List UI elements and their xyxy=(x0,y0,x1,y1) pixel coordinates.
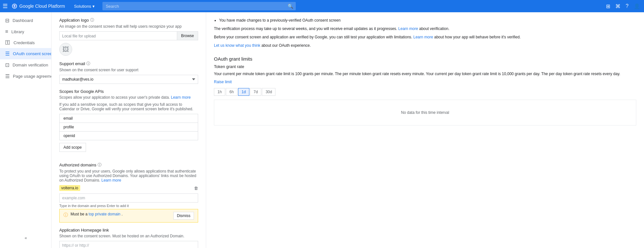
nav-right-icons: ⊞ ⌘ ? 👤 xyxy=(605,2,641,11)
app-logo-help-icon[interactable]: ⓘ xyxy=(90,17,94,23)
left-panel: Application logo ⓘ An image on the conse… xyxy=(52,12,206,248)
app-homepage-title: Application Homepage link xyxy=(59,228,198,233)
search-input[interactable] xyxy=(102,2,296,10)
learn-more-app-behavior-link[interactable]: Learn more xyxy=(413,35,433,39)
page-usage-icon: ☰ xyxy=(5,73,10,79)
sidebar-item-oauth-label: OAuth consent screen xyxy=(13,51,52,56)
chart-area: No data for this time interval xyxy=(214,100,636,125)
solutions-button[interactable]: Solutions ▾ xyxy=(72,3,97,10)
raise-limit-link[interactable]: Raise limit xyxy=(214,80,232,84)
scopes-section: Scopes for Google APIs Scopes allow your… xyxy=(59,89,198,157)
let-us-know-text: Let us know what you think about our OAu… xyxy=(214,43,636,48)
apps-icon[interactable]: ⊞ xyxy=(605,2,611,11)
browse-button[interactable]: Browse xyxy=(177,31,198,40)
app-homepage-desc: Shown on the consent screen. Must be hos… xyxy=(59,234,198,238)
scopes-title: Scopes for Google APIs xyxy=(59,89,198,94)
gcp-logo: Google Cloud Platform xyxy=(12,3,65,9)
sidebar-item-oauth-consent[interactable]: ☰ OAuth consent screen xyxy=(0,48,51,59)
library-icon: ≡ xyxy=(5,29,8,35)
menu-icon[interactable]: ☰ xyxy=(3,3,8,10)
scopes-additional-desc: If you add a sensitive scope, such as sc… xyxy=(59,102,198,111)
let-us-know-link[interactable]: Let us know what you think xyxy=(214,43,260,48)
file-input-display: Local file for upload xyxy=(59,31,177,40)
sidebar-item-domain-verification[interactable]: ⊡ Domain verification xyxy=(0,59,51,71)
authorized-domains-help-icon[interactable]: ⓘ xyxy=(98,162,101,168)
account-icon[interactable]: 👤 xyxy=(632,2,641,11)
sidebar-item-credentials-label: Credentials xyxy=(14,40,35,45)
time-btn-1d[interactable]: 1d xyxy=(238,88,249,96)
support-email-help-icon[interactable]: ⓘ xyxy=(86,61,90,66)
app-logo-title: Application logo ⓘ xyxy=(59,17,198,23)
sidebar-item-dashboard-label: Dashboard xyxy=(13,18,33,23)
oauth-grant-limits-section: OAuth grant limits Token grant rate Your… xyxy=(214,56,636,125)
cloud-logo-icon xyxy=(12,3,17,9)
support-email-desc: Shown on the consent screen for user sup… xyxy=(59,68,198,72)
authorized-domains-row: volterra.io 🗑 xyxy=(59,185,198,191)
verification-process-text: The verification process may take up to … xyxy=(214,26,636,32)
app-layout: ⊟ Dashboard ≡ Library ⚿ Credentials ☰ OA… xyxy=(0,12,644,248)
solutions-dropdown-icon: ▾ xyxy=(92,4,95,9)
sidebar-item-library-label: Library xyxy=(11,29,24,34)
terminal-icon[interactable]: ⌘ xyxy=(614,2,622,11)
token-grant-rate-desc: Your current per minute token grant rate… xyxy=(214,71,636,77)
image-placeholder: 🖼 xyxy=(59,43,72,56)
sidebar-item-page-usage-label: Page usage agreements xyxy=(13,74,52,79)
verification-section: You have made changes to a previously-ve… xyxy=(214,17,636,48)
support-email-title: Support email ⓘ xyxy=(59,61,198,66)
scope-item-email: email xyxy=(60,114,198,123)
help-icon[interactable]: ? xyxy=(624,2,630,10)
sidebar: ⊟ Dashboard ≡ Library ⚿ Credentials ☰ OA… xyxy=(0,12,52,248)
sidebar-collapse-button[interactable]: « xyxy=(0,233,52,243)
app-homepage-section: Application Homepage link Shown on the c… xyxy=(59,228,198,248)
domain-tag-volterra: volterra.io xyxy=(59,185,80,191)
add-scope-button[interactable]: Add scope xyxy=(59,143,86,152)
app-homepage-input[interactable] xyxy=(59,241,198,248)
dashboard-icon: ⊟ xyxy=(5,17,9,24)
search-bar: 🔍 xyxy=(102,2,296,10)
time-btn-30d[interactable]: 30d xyxy=(262,88,275,96)
dismiss-button[interactable]: Dismiss xyxy=(173,212,194,220)
sidebar-item-credentials[interactable]: ⚿ Credentials xyxy=(0,37,51,48)
domain-warning-box: ⓘ Must be a top private domain . Dismiss xyxy=(59,209,198,223)
search-icon: 🔍 xyxy=(288,4,293,9)
domain-input[interactable] xyxy=(59,193,198,203)
domain-icon: ⊡ xyxy=(5,62,9,68)
nav-left: ☰ Google Cloud Platform Solutions ▾ xyxy=(3,3,97,10)
file-input-row: Local file for upload Browse xyxy=(59,31,198,40)
scope-item-openid: openid xyxy=(60,132,198,140)
time-btn-6h[interactable]: 6h xyxy=(226,88,237,96)
top-navigation: ☰ Google Cloud Platform Solutions ▾ 🔍 ⊞ … xyxy=(0,0,644,12)
warning-icon: ⓘ xyxy=(63,212,68,218)
time-btn-7d[interactable]: 7d xyxy=(250,88,261,96)
collapse-icon: « xyxy=(24,235,27,240)
top-private-domain-link[interactable]: top private domain xyxy=(89,212,120,216)
oauth-icon: ☰ xyxy=(5,51,10,57)
scopes-desc: Scopes allow your application to access … xyxy=(59,95,198,100)
app-logo-section: Application logo ⓘ An image on the conse… xyxy=(59,17,198,56)
sidebar-item-dashboard[interactable]: ⊟ Dashboard xyxy=(0,15,51,26)
domain-input-hint: Type in the domain and press Enter to ad… xyxy=(59,204,198,208)
sidebar-item-library[interactable]: ≡ Library xyxy=(0,26,51,37)
domain-delete-icon[interactable]: 🗑 xyxy=(194,186,198,191)
solutions-label: Solutions xyxy=(74,4,91,9)
no-data-text: No data for this time interval xyxy=(401,110,449,115)
authorized-domains-section: Authorized domains ⓘ To protect you and … xyxy=(59,162,198,223)
time-controls: 1h 6h 1d 7d 30d xyxy=(214,88,636,96)
oauth-grant-limits-title: OAuth grant limits xyxy=(214,56,636,62)
app-title: Google Cloud Platform xyxy=(19,4,65,9)
scopes-learn-more-link[interactable]: Learn more xyxy=(171,95,190,100)
support-email-section: Support email ⓘ Shown on the consent scr… xyxy=(59,61,198,84)
authorized-domains-learn-more-link[interactable]: Learn more xyxy=(101,178,121,183)
token-grant-rate-title: Token grant rate xyxy=(214,64,636,69)
main-content: Application logo ⓘ An image on the conse… xyxy=(52,12,644,248)
learn-more-verification-link[interactable]: Learn more xyxy=(398,26,418,31)
sidebar-item-domain-label: Domain verification xyxy=(13,63,48,67)
warning-text-content: Must be a top private domain . xyxy=(71,212,171,216)
sidebar-item-page-usage[interactable]: ☰ Page usage agreements xyxy=(0,71,51,82)
support-email-dropdown[interactable]: madhukar@ves.io xyxy=(59,75,198,84)
authorized-domains-title: Authorized domains ⓘ xyxy=(59,162,198,168)
placeholder-image-icon: 🖼 xyxy=(62,46,69,53)
time-btn-1h[interactable]: 1h xyxy=(214,88,225,96)
before-verified-text: Before your consent screen and applicati… xyxy=(214,34,636,40)
credentials-icon: ⚿ xyxy=(5,40,10,45)
